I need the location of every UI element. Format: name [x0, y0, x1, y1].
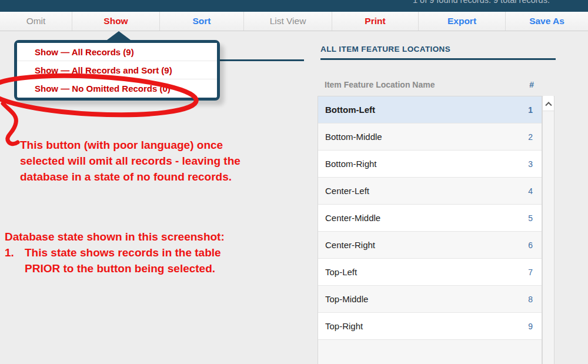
column-header-name: Item Feature Location Name	[325, 80, 435, 89]
scroll-up-button[interactable]	[543, 96, 554, 111]
menu-item-show-all-records-and-sort[interactable]: Show — All Records and Sort (9)	[17, 61, 217, 79]
table-row[interactable]: Top-Right 9	[318, 313, 542, 340]
annotation-note-database-state: Database state shown in this screenshot:…	[5, 229, 281, 276]
row-name: Bottom-Middle	[325, 132, 528, 142]
row-name: Center-Right	[325, 240, 528, 250]
export-button[interactable]: Export	[419, 12, 506, 31]
list-marker: 1.	[5, 245, 25, 276]
column-header-count: #	[521, 80, 534, 89]
chevron-up-icon	[545, 102, 552, 108]
table-scrollbar[interactable]	[542, 96, 554, 364]
menu-item-show-all-records[interactable]: Show — All Records (9)	[17, 43, 217, 61]
row-number: 9	[528, 322, 533, 331]
row-number: 8	[528, 295, 533, 304]
row-number: 1	[528, 105, 533, 115]
menu-item-show-no-omitted-records[interactable]: Show — No Omitted Records (0)	[17, 79, 217, 98]
row-name: Bottom-Left	[325, 105, 528, 115]
table-row[interactable]: Bottom-Right 3	[318, 151, 542, 178]
show-button[interactable]: Show	[72, 12, 160, 31]
row-number: 7	[528, 268, 533, 277]
omit-button[interactable]: Omit	[0, 12, 72, 31]
row-name: Top-Middle	[325, 294, 528, 304]
table-row[interactable]: Center-Left 4	[318, 178, 542, 205]
table-row[interactable]: Bottom-Left 1	[318, 96, 542, 123]
sort-button[interactable]: Sort	[160, 12, 244, 31]
row-name: Top-Right	[325, 321, 528, 331]
triangle-up-pointer	[107, 31, 131, 40]
annotation-line: PRIOR to the button being selected.	[25, 261, 221, 276]
row-number: 6	[528, 241, 533, 250]
table-row[interactable]: Center-Right 6	[318, 232, 542, 259]
save-as-button[interactable]: Save As	[506, 12, 588, 31]
annotation-line: database in a state of no found records.	[20, 169, 290, 185]
annotation-line: This state shows records in the table	[25, 245, 221, 261]
table-row[interactable]: Top-Left 7	[318, 259, 542, 286]
print-button[interactable]: Print	[332, 12, 419, 31]
row-number: 4	[528, 186, 533, 196]
right-panel-heading-rule	[320, 58, 556, 60]
table-row[interactable]: Bottom-Middle 2	[318, 123, 542, 151]
row-number: 2	[528, 132, 533, 142]
annotation-line: This button (with poor language) once	[20, 137, 290, 153]
annotation-heading: Database state shown in this screenshot:	[5, 229, 281, 245]
right-panel-title: ALL ITEM FEATURE LOCATIONS	[320, 45, 450, 54]
row-number: 3	[528, 159, 533, 169]
row-name: Center-Middle	[325, 213, 528, 223]
found-records-status: 1 of 9 found records. 9 total records.	[413, 0, 550, 5]
list-view-button[interactable]: List View	[244, 12, 332, 31]
status-bar: 1 of 9 found records. 9 total records.	[0, 0, 588, 12]
row-number: 5	[528, 213, 533, 223]
table-row[interactable]: Top-Middle 8	[318, 286, 542, 313]
item-feature-location-table: Bottom-Left 1 Bottom-Middle 2 Bottom-Rig…	[318, 96, 542, 364]
toolbar: Omit Show Sort List View Print Export Sa…	[0, 12, 588, 31]
annotation-line: selected will omit all records - leaving…	[20, 153, 290, 169]
row-name: Center-Left	[325, 186, 528, 196]
annotation-note-button-warning: This button (with poor language) once se…	[20, 137, 290, 185]
show-dropdown-menu: Show — All Records (9) Show — All Record…	[14, 40, 220, 101]
table-row[interactable]: Center-Middle 5	[318, 205, 542, 232]
row-name: Top-Left	[325, 267, 528, 277]
row-name: Bottom-Right	[325, 159, 528, 169]
app-window: 1 of 9 found records. 9 total records. O…	[0, 0, 588, 364]
